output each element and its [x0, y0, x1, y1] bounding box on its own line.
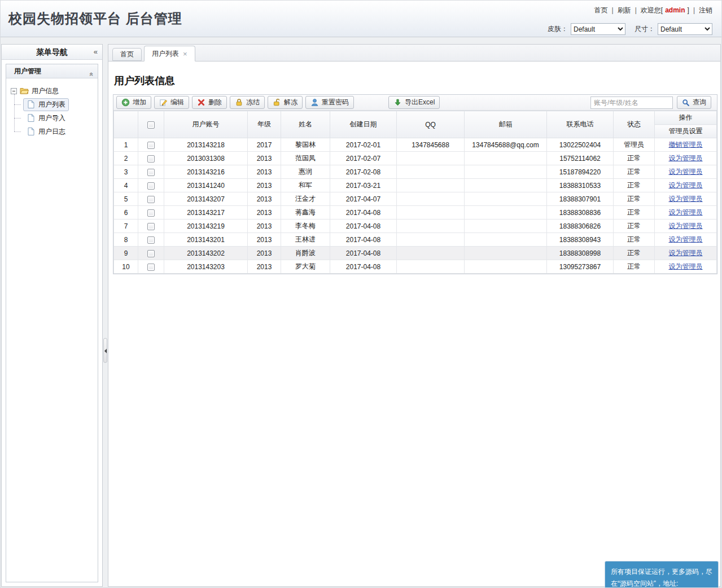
row-checkbox[interactable] [147, 182, 155, 190]
freeze-button[interactable]: 冻结 [230, 96, 265, 109]
table-row[interactable]: 9 2013143202 2013 肖爵波 2017-04-08 1838830… [114, 247, 717, 260]
collapse-panel-icon[interactable]: « [84, 72, 98, 76]
home-link[interactable]: 首页 [594, 6, 608, 14]
collapse-sidebar-icon[interactable]: « [94, 45, 98, 59]
button-label: 导出Excel [405, 98, 435, 107]
column-header-phone[interactable]: 联系电话 [547, 111, 614, 138]
cell-grade: 2013 [248, 260, 281, 274]
table-row[interactable]: 8 2013143201 2013 王林进 2017-04-08 1838830… [114, 233, 717, 247]
add-button[interactable]: 增加 [116, 96, 151, 109]
table-row[interactable]: 7 2013143219 2013 李冬梅 2017-04-08 1838830… [114, 220, 717, 233]
edit-button[interactable]: 编辑 [154, 96, 189, 109]
accordion-title: 用户管理 [14, 67, 41, 75]
collapse-west-handle[interactable] [103, 338, 107, 363]
cell-qq [397, 192, 465, 206]
sidebar-item-user-log[interactable]: 用户日志 [23, 125, 95, 138]
column-header-name[interactable]: 姓名 [281, 111, 330, 138]
admin-toggle-link[interactable]: 设为管理员 [669, 195, 703, 203]
table-row[interactable]: 4 2013141240 2013 和军 2017-03-21 18388310… [114, 179, 717, 192]
skin-select[interactable]: Default [571, 23, 625, 35]
button-label: 删除 [208, 98, 222, 107]
search-input[interactable] [590, 96, 673, 109]
table-row[interactable]: 6 2013143217 2013 蒋鑫海 2017-04-08 1838830… [114, 206, 717, 220]
cell-grade: 2013 [248, 247, 281, 260]
admin-toggle-link[interactable]: 设为管理员 [669, 262, 703, 270]
button-label: 重置密码 [322, 98, 349, 107]
edit-pencil-icon [159, 98, 168, 107]
row-checkbox[interactable] [147, 142, 155, 149]
row-checkbox[interactable] [147, 236, 155, 244]
refresh-link[interactable]: 刷新 [618, 6, 631, 14]
column-header-email[interactable]: 邮箱 [465, 111, 547, 138]
appearance-controls: 皮肤： Default 尺寸： Default [548, 23, 712, 35]
username: admin [665, 6, 685, 14]
source-site-popup: 所有项目保证运行，更多源码，尽在“源码空间站”，地址: www.shuyue.f… [605, 561, 719, 588]
page-icon [27, 100, 36, 109]
admin-toggle-link[interactable]: 撤销管理员 [669, 141, 703, 148]
row-checkbox[interactable] [147, 155, 155, 163]
sidebar-item-user-import[interactable]: 用户导入 [23, 111, 95, 125]
export-excel-button[interactable]: 导出Excel [388, 96, 440, 109]
button-label: 增加 [133, 98, 146, 107]
layout-splitter[interactable] [103, 44, 108, 587]
column-header-status[interactable]: 状态 [614, 111, 655, 138]
table-row[interactable]: 5 2013143207 2013 汪金才 2017-04-07 1838830… [114, 192, 717, 206]
accordion-header-user-management[interactable]: 用户管理 « [6, 64, 98, 78]
cell-grade: 2013 [248, 179, 281, 192]
row-number: 3 [114, 165, 138, 179]
column-header-qq[interactable]: QQ [397, 111, 465, 138]
sidebar-title-bar: 菜单导航 « [2, 45, 102, 60]
admin-toggle-link[interactable]: 设为管理员 [669, 235, 703, 243]
table-row[interactable]: 2 2013031308 2013 范国凤 2017-02-07 1575211… [114, 152, 717, 165]
cell-grade: 2013 [248, 152, 281, 165]
tab-user-list[interactable]: 用户列表 × [144, 46, 195, 62]
select-all-checkbox[interactable] [147, 121, 155, 129]
admin-toggle-link[interactable]: 设为管理员 [669, 208, 703, 216]
row-checkbox[interactable] [147, 196, 155, 203]
reset-password-button[interactable]: 重置密码 [305, 96, 354, 109]
cell-phone: 18388310533 [547, 179, 614, 192]
logout-link[interactable]: 注销 [699, 6, 712, 14]
row-number-header [114, 111, 138, 138]
cell-qq [397, 260, 465, 274]
column-header-created[interactable]: 创建日期 [330, 111, 397, 138]
cell-email [465, 233, 547, 247]
row-number: 4 [114, 179, 138, 192]
table-row[interactable]: 3 2013143216 2013 惠润 2017-02-08 15187894… [114, 165, 717, 179]
cell-created-date: 2017-04-08 [330, 206, 397, 220]
admin-toggle-link[interactable]: 设为管理员 [669, 181, 703, 189]
cell-name: 汪金才 [281, 192, 330, 206]
separator: | [635, 6, 637, 14]
tree-collapse-icon[interactable] [11, 88, 17, 94]
admin-toggle-link[interactable]: 设为管理员 [669, 168, 703, 175]
row-checkbox[interactable] [147, 250, 155, 257]
row-select-cell [138, 247, 164, 260]
tree-root-user-info[interactable]: 用户信息 [10, 84, 95, 98]
delete-button[interactable]: 删除 [192, 96, 227, 109]
row-checkbox[interactable] [147, 169, 155, 176]
cell-qq [397, 165, 465, 179]
close-icon[interactable]: × [183, 50, 187, 58]
row-checkbox[interactable] [147, 209, 155, 217]
table-row[interactable]: 1 2013143218 2017 黎国林 2017-02-01 1347845… [114, 138, 717, 152]
row-checkbox[interactable] [147, 223, 155, 230]
column-header-account[interactable]: 用户账号 [164, 111, 248, 138]
admin-toggle-link[interactable]: 设为管理员 [669, 249, 703, 257]
cell-qq [397, 179, 465, 192]
admin-toggle-link[interactable]: 设为管理员 [669, 154, 703, 162]
cell-status: 正常 [614, 179, 655, 192]
cell-name: 和军 [281, 179, 330, 192]
size-select[interactable]: Default [658, 23, 712, 35]
unfreeze-button[interactable]: 解冻 [268, 96, 303, 109]
sidebar-item-user-list[interactable]: 用户列表 [23, 98, 95, 111]
admin-toggle-link[interactable]: 设为管理员 [669, 222, 703, 230]
row-checkbox[interactable] [147, 264, 155, 271]
search-button[interactable]: 查询 [677, 96, 711, 109]
column-header-grade[interactable]: 年级 [248, 111, 281, 138]
sidebar-item-label: 用户导入 [38, 113, 65, 123]
table-row[interactable]: 10 2013143203 2013 罗大菊 2017-04-08 130952… [114, 260, 717, 274]
cell-phone: 18388306826 [547, 220, 614, 233]
cell-grade: 2013 [248, 165, 281, 179]
add-icon [121, 98, 130, 107]
tab-home[interactable]: 首页 [112, 48, 142, 61]
